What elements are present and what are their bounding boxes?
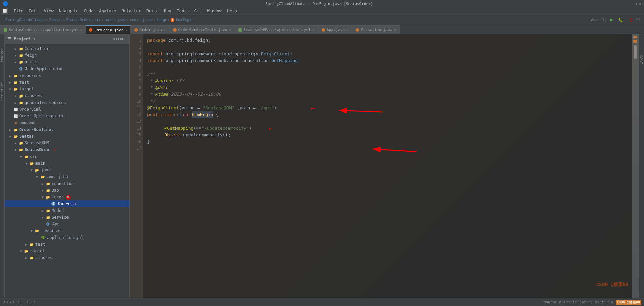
breadcrumb-feign[interactable]: feign [156,18,167,22]
collapse-icon[interactable]: ⊟ [116,37,119,41]
tree-item-com-rj-bd[interactable]: ▼ 📂 com.rj.bd [5,173,129,180]
tab-seatas-yml[interactable]: SeatascOMM\...\application.yml ✕ [235,25,318,34]
menu-analyze[interactable]: Analyze [96,8,119,14]
tree-item-seatasorder[interactable]: ▼ 📂 SeatasOrder ← [5,146,129,153]
tree-item-app-yml[interactable]: 🌿 application.yml [5,234,129,241]
breadcrumb-ommfegin[interactable]: OmmFegin [176,18,194,22]
breadcrumb-java[interactable]: java [117,18,126,22]
tree-item-classes2[interactable]: ▶ 📁 classes [5,254,129,261]
tree-item-connstion[interactable]: ▶ 📁 connstion [5,180,129,187]
menu-window[interactable]: Window [204,8,224,14]
tree-item-order-iml[interactable]: ⬜ Order.iml [5,106,129,113]
debug-btn[interactable]: 🐛 [616,16,625,24]
tab-order[interactable]: Order.java ✕ [131,25,169,34]
tab-close-btn[interactable]: ✕ [125,28,127,32]
run-btn[interactable]: ▶ [608,16,615,24]
input-method-icon[interactable]: S [630,17,633,23]
tab-close-btn[interactable]: ✕ [164,28,166,32]
tree-item-pom[interactable]: ▦ pom.xml [5,119,129,126]
menu-file[interactable]: File [11,8,26,14]
menu-build[interactable]: Build [144,8,161,14]
tab-close-btn[interactable]: ✕ [80,28,82,32]
project-tab-label[interactable]: Project [0,48,4,62]
tree-item-generated[interactable]: ▶ 📁 generated-sources [5,99,129,106]
tree-item-order-sentinel[interactable]: ▶ 📁 Order-Sentinel [5,126,129,133]
left-sidebar-labels: Project Structure [0,34,5,298]
breadcrumb-springcloudalibaba[interactable]: SpringCloudAlibaba [5,18,46,22]
red-arrow-2: ← [269,125,273,132]
close-btn[interactable]: ✕ [639,2,641,6]
hide-icon[interactable]: — [124,37,127,41]
breadcrumb-src[interactable]: src [95,18,101,22]
scroll-thumb[interactable] [634,45,637,59]
menu-navigate[interactable]: Navigate [56,8,81,14]
folder-icon: 📂 [45,194,51,200]
app-icon-tree: 🅒 [45,221,51,227]
menu-tools[interactable]: Tools [174,8,192,14]
minimize-btn[interactable]: ─ [630,2,632,6]
code-line-13 [147,118,629,125]
breadcrumb-seatasorder[interactable]: SeatasOrder [66,18,91,22]
tree-item-app[interactable]: 🅒 App [5,221,129,227]
tab-app-yml[interactable]: SeatasOrder\...\application.yml ✕ [0,25,85,34]
tree-item-seatas[interactable]: ▼ 📂 Seatas [5,133,129,140]
app-logo: 🔲 [1,8,8,14]
tree-item-src[interactable]: ▼ 📂 src [5,153,129,160]
tree-item-seatascOMM[interactable]: ▶ 📁 SeatascOMM [5,140,129,146]
tree-item-resources[interactable]: ▶ 📁 resources [5,72,129,79]
tree-item-ommfegin[interactable]: I OmmFegin [5,200,129,207]
tree-item-controller[interactable]: ▶ 📁 Controller [5,45,129,52]
tab-appjava[interactable]: App.java ✕ [318,25,352,34]
breadcrumb-bd[interactable]: bd [148,18,153,22]
menu-refactor[interactable]: Refactor [119,8,144,14]
tree-item-feign2[interactable]: ▼ 📂 feign 🔍 [5,194,129,200]
menu-run[interactable]: Run [161,8,174,14]
menu-help[interactable]: Help [224,8,240,14]
folder-icon: 📂 [24,248,29,254]
tree-item-feign[interactable]: ▶ 📁 feign [5,52,129,59]
menu-view[interactable]: View [41,8,56,14]
tree-item-target2[interactable]: ▼ 📂 target [5,248,129,254]
structure-tab-label[interactable]: Structure [0,82,4,101]
menu-code[interactable]: Code [81,8,97,14]
tree-item-test[interactable]: ▶ 📁 test [5,79,129,86]
tree-item-orderapplication[interactable]: 🅒 OrderApplication [5,65,129,72]
structure-label[interactable]: LAPAN [640,55,643,65]
add-icon[interactable]: ⊕ [113,37,115,41]
breadcrumb-com[interactable]: com [130,18,136,22]
code-line-8: * @desc [147,84,629,91]
tree-item-test2[interactable]: ▶ 📁 test [5,241,129,248]
tab-label: Order.java [139,28,162,32]
tree-item-main[interactable]: ▼ 📂 main [5,160,129,167]
code-line-5 [147,64,629,71]
chinese-icon[interactable]: 中 [636,17,640,23]
code-line-3: import org.springframework.cloud.openfei… [147,51,629,57]
maximize-btn[interactable]: □ [635,2,637,6]
tree-item-service[interactable]: ▶ 📁 Service [5,214,129,221]
tree-item-moden[interactable]: ▶ 📁 Moden [5,207,129,214]
sidebar-tree: ▶ 📁 Controller ▶ 📁 feign ▶ 📁 utils 🅒 O [5,44,129,298]
tree-item-java[interactable]: ▼ 📂 java [5,167,129,173]
breadcrumb-seatas[interactable]: Seatas [49,18,63,22]
tree-item-utils[interactable]: ▶ 📁 utils [5,59,129,65]
tab-close-btn[interactable]: ✕ [394,28,396,32]
tab-close-btn[interactable]: ✕ [346,28,348,32]
tab-ommfegin[interactable]: OmmFegin.java ✕ [85,25,131,34]
tab-close-btn[interactable]: ✕ [229,28,231,32]
tab-close-btn[interactable]: ✕ [312,28,314,32]
menu-edit[interactable]: Edit [26,8,41,14]
settings-icon[interactable]: ⚙ [120,37,123,41]
folder-icon: 📁 [18,53,24,58]
tab-orderservice[interactable]: OrderServiceInple.java ✕ [169,25,235,34]
code-editor[interactable]: package com.rj.bd.feign; import org.spri… [143,34,632,298]
tree-item-order-openfeign[interactable]: ⬜ Order-Openfeign.iml [5,113,129,119]
tree-item-dao[interactable]: ▶ 📁 Dao [5,187,129,194]
tree-item-target[interactable]: ▼ 📂 target [5,86,129,92]
breadcrumb-main[interactable]: main [105,18,114,22]
menu-git[interactable]: Git [192,8,205,14]
tree-item-resources2[interactable]: ▼ 📂 resources [5,227,129,234]
tree-item-classes[interactable]: ▶ 📁 classes [5,92,129,99]
tab-connction[interactable]: Connction.java ✕ [352,25,400,34]
right-structure-panel: LAPAN [639,34,644,298]
breadcrumb-rj[interactable]: rj [140,18,144,22]
